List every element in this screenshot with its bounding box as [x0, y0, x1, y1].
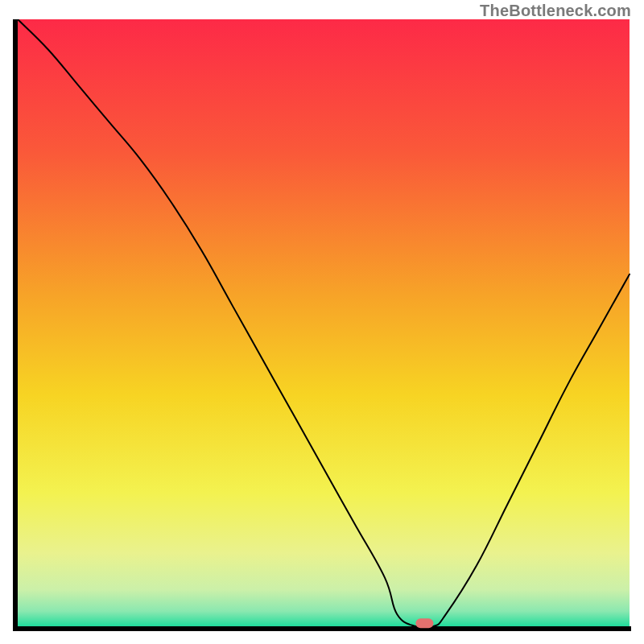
chart-plot-area — [13, 19, 631, 631]
svg-rect-1 — [13, 626, 631, 631]
chart-container: TheBottleneck.com — [0, 0, 644, 644]
gradient-background — [18, 19, 630, 626]
chart-svg — [13, 19, 631, 631]
attribution-text: TheBottleneck.com — [480, 2, 631, 20]
optimal-marker — [415, 618, 433, 628]
svg-rect-0 — [13, 19, 18, 631]
